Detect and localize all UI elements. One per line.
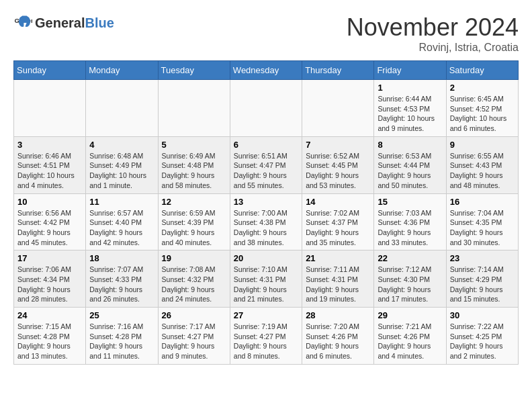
day-info: Sunrise: 7:21 AM Sunset: 4:26 PM Dayligh… [378, 322, 442, 361]
day-number: 20 [234, 253, 298, 263]
day-number: 8 [378, 140, 442, 150]
weekday-header-row: SundayMondayTuesdayWednesdayThursdayFrid… [14, 61, 519, 80]
day-info: Sunrise: 6:53 AM Sunset: 4:44 PM Dayligh… [378, 151, 442, 191]
weekday-header-monday: Monday [86, 61, 158, 80]
calendar-cell: 26Sunrise: 7:17 AM Sunset: 4:27 PM Dayli… [158, 308, 230, 365]
calendar-cell [158, 80, 230, 137]
day-number: 10 [17, 197, 82, 207]
calendar-cell: 29Sunrise: 7:21 AM Sunset: 4:26 PM Dayli… [374, 308, 446, 365]
logo: General GeneralBlue [13, 13, 114, 32]
day-number: 28 [306, 310, 370, 320]
calendar-cell: 18Sunrise: 7:07 AM Sunset: 4:33 PM Dayli… [86, 250, 158, 308]
calendar-cell: 11Sunrise: 6:57 AM Sunset: 4:40 PM Dayli… [86, 193, 158, 250]
day-info: Sunrise: 7:16 AM Sunset: 4:28 PM Dayligh… [89, 322, 154, 361]
calendar-cell: 17Sunrise: 7:06 AM Sunset: 4:34 PM Dayli… [14, 250, 86, 308]
day-info: Sunrise: 7:06 AM Sunset: 4:34 PM Dayligh… [17, 265, 82, 304]
calendar-cell: 8Sunrise: 6:53 AM Sunset: 4:44 PM Daylig… [374, 136, 446, 193]
day-info: Sunrise: 7:00 AM Sunset: 4:38 PM Dayligh… [234, 208, 298, 248]
weekday-header-thursday: Thursday [302, 61, 374, 80]
day-number: 11 [89, 197, 154, 207]
week-row-4: 17Sunrise: 7:06 AM Sunset: 4:34 PM Dayli… [14, 250, 519, 308]
day-number: 9 [450, 140, 515, 150]
calendar-table: SundayMondayTuesdayWednesdayThursdayFrid… [13, 60, 519, 365]
day-number: 16 [450, 197, 515, 207]
day-info: Sunrise: 7:08 AM Sunset: 4:32 PM Dayligh… [162, 265, 226, 304]
calendar-cell: 16Sunrise: 7:04 AM Sunset: 4:35 PM Dayli… [446, 193, 518, 250]
day-info: Sunrise: 6:52 AM Sunset: 4:45 PM Dayligh… [306, 151, 370, 191]
calendar-cell: 20Sunrise: 7:10 AM Sunset: 4:31 PM Dayli… [230, 250, 302, 308]
day-info: Sunrise: 7:12 AM Sunset: 4:30 PM Dayligh… [378, 265, 442, 304]
calendar-cell: 4Sunrise: 6:48 AM Sunset: 4:49 PM Daylig… [86, 136, 158, 193]
weekday-header-wednesday: Wednesday [230, 61, 302, 80]
day-info: Sunrise: 6:57 AM Sunset: 4:40 PM Dayligh… [89, 208, 154, 248]
day-info: Sunrise: 7:07 AM Sunset: 4:33 PM Dayligh… [89, 265, 154, 304]
calendar-cell: 9Sunrise: 6:55 AM Sunset: 4:43 PM Daylig… [446, 136, 518, 193]
day-number: 7 [306, 140, 370, 150]
day-number: 3 [17, 140, 82, 150]
day-number: 17 [17, 253, 82, 263]
calendar-cell: 13Sunrise: 7:00 AM Sunset: 4:38 PM Dayli… [230, 193, 302, 250]
day-number: 15 [378, 197, 442, 207]
day-number: 12 [162, 197, 226, 207]
calendar-cell: 1Sunrise: 6:44 AM Sunset: 4:53 PM Daylig… [374, 80, 446, 137]
day-number: 22 [378, 253, 442, 263]
day-info: Sunrise: 7:04 AM Sunset: 4:35 PM Dayligh… [450, 208, 515, 248]
day-info: Sunrise: 7:11 AM Sunset: 4:31 PM Dayligh… [306, 265, 370, 304]
day-info: Sunrise: 7:20 AM Sunset: 4:26 PM Dayligh… [306, 322, 370, 361]
page-header: General GeneralBlue November 2024 Rovinj… [13, 13, 519, 54]
day-number: 25 [89, 310, 154, 320]
day-number: 14 [306, 197, 370, 207]
day-number: 27 [234, 310, 298, 320]
weekday-header-friday: Friday [374, 61, 446, 80]
calendar-cell: 6Sunrise: 6:51 AM Sunset: 4:47 PM Daylig… [230, 136, 302, 193]
day-info: Sunrise: 6:45 AM Sunset: 4:52 PM Dayligh… [450, 94, 515, 134]
calendar-cell [230, 80, 302, 137]
location-subtitle: Rovinj, Istria, Croatia [347, 42, 519, 54]
day-info: Sunrise: 7:02 AM Sunset: 4:37 PM Dayligh… [306, 208, 370, 248]
day-info: Sunrise: 7:10 AM Sunset: 4:31 PM Dayligh… [234, 265, 298, 304]
calendar-cell: 2Sunrise: 6:45 AM Sunset: 4:52 PM Daylig… [446, 80, 518, 137]
day-info: Sunrise: 7:03 AM Sunset: 4:36 PM Dayligh… [378, 208, 442, 248]
logo-icon: General [13, 13, 32, 32]
title-block: November 2024 Rovinj, Istria, Croatia [347, 13, 519, 54]
day-number: 24 [17, 310, 82, 320]
day-number: 30 [450, 310, 515, 320]
day-number: 29 [378, 310, 442, 320]
week-row-2: 3Sunrise: 6:46 AM Sunset: 4:51 PM Daylig… [14, 136, 519, 193]
day-number: 13 [234, 197, 298, 207]
week-row-1: 1Sunrise: 6:44 AM Sunset: 4:53 PM Daylig… [14, 80, 519, 137]
day-number: 19 [162, 253, 226, 263]
day-number: 6 [234, 140, 298, 150]
day-info: Sunrise: 6:48 AM Sunset: 4:49 PM Dayligh… [89, 151, 154, 191]
calendar-cell: 12Sunrise: 6:59 AM Sunset: 4:39 PM Dayli… [158, 193, 230, 250]
calendar-cell: 25Sunrise: 7:16 AM Sunset: 4:28 PM Dayli… [86, 308, 158, 365]
day-number: 4 [89, 140, 154, 150]
calendar-cell [14, 80, 86, 137]
calendar-cell: 27Sunrise: 7:19 AM Sunset: 4:27 PM Dayli… [230, 308, 302, 365]
day-info: Sunrise: 6:51 AM Sunset: 4:47 PM Dayligh… [234, 151, 298, 191]
day-info: Sunrise: 6:59 AM Sunset: 4:39 PM Dayligh… [162, 208, 226, 248]
calendar-cell: 22Sunrise: 7:12 AM Sunset: 4:30 PM Dayli… [374, 250, 446, 308]
day-info: Sunrise: 6:44 AM Sunset: 4:53 PM Dayligh… [378, 94, 442, 134]
logo-blue-text: Blue [85, 15, 114, 30]
day-info: Sunrise: 7:22 AM Sunset: 4:25 PM Dayligh… [450, 322, 515, 361]
day-number: 18 [89, 253, 154, 263]
calendar-cell: 28Sunrise: 7:20 AM Sunset: 4:26 PM Dayli… [302, 308, 374, 365]
logo-general-text: General [35, 15, 85, 30]
weekday-header-sunday: Sunday [14, 61, 86, 80]
calendar-cell: 23Sunrise: 7:14 AM Sunset: 4:29 PM Dayli… [446, 250, 518, 308]
day-number: 1 [378, 83, 442, 93]
day-info: Sunrise: 6:55 AM Sunset: 4:43 PM Dayligh… [450, 151, 515, 191]
calendar-cell: 19Sunrise: 7:08 AM Sunset: 4:32 PM Dayli… [158, 250, 230, 308]
day-number: 26 [162, 310, 226, 320]
day-info: Sunrise: 6:56 AM Sunset: 4:42 PM Dayligh… [17, 208, 82, 248]
month-year-title: November 2024 [347, 13, 519, 42]
calendar-cell: 5Sunrise: 6:49 AM Sunset: 4:48 PM Daylig… [158, 136, 230, 193]
week-row-3: 10Sunrise: 6:56 AM Sunset: 4:42 PM Dayli… [14, 193, 519, 250]
calendar-cell: 7Sunrise: 6:52 AM Sunset: 4:45 PM Daylig… [302, 136, 374, 193]
day-info: Sunrise: 7:17 AM Sunset: 4:27 PM Dayligh… [162, 322, 226, 361]
day-info: Sunrise: 7:15 AM Sunset: 4:28 PM Dayligh… [17, 322, 82, 361]
calendar-cell: 10Sunrise: 6:56 AM Sunset: 4:42 PM Dayli… [14, 193, 86, 250]
day-number: 5 [162, 140, 226, 150]
day-info: Sunrise: 7:19 AM Sunset: 4:27 PM Dayligh… [234, 322, 298, 361]
